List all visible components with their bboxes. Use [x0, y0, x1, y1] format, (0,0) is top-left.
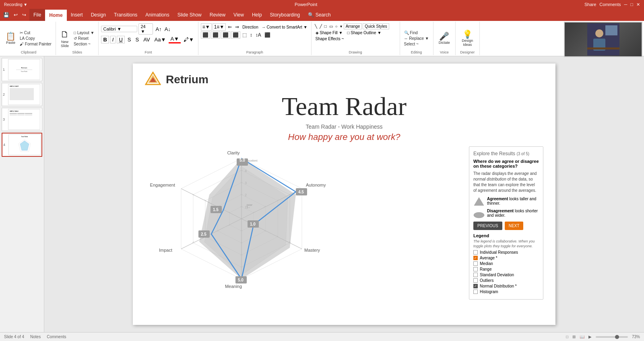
columns-btn[interactable]: ⬚	[241, 32, 248, 38]
slide-thumb-4[interactable]: 4 Team Radar	[2, 133, 42, 157]
tab-view[interactable]: View	[229, 9, 248, 21]
convert-smartart-btn[interactable]: → Convert to SmartArt ▼	[260, 25, 309, 30]
text-direction2-btn[interactable]: ↕A	[254, 32, 262, 38]
minimize-btn[interactable]: ─	[624, 2, 627, 7]
font-case-btn[interactable]: Aa▼	[153, 36, 168, 43]
highlight-btn[interactable]: 🖍▼	[182, 36, 196, 43]
decrease-indent-btn[interactable]: ⇐	[227, 24, 233, 30]
new-slide-btn[interactable]: 🗋 NewSlide	[58, 29, 71, 49]
shape-rect2-btn[interactable]: ▭	[328, 24, 334, 29]
recording-label[interactable]: Recording ▼	[4, 2, 27, 7]
tab-review[interactable]: Review	[206, 9, 229, 21]
zoom-thumb	[615, 335, 619, 339]
tab-home[interactable]: Home	[45, 9, 66, 21]
qa-undo[interactable]: ↩	[12, 12, 19, 18]
shape-rect-btn[interactable]: □	[324, 24, 328, 29]
find-btn[interactable]: 🔍 Find	[402, 30, 431, 35]
comments-status-btn[interactable]: Comments	[47, 335, 66, 339]
bold-btn[interactable]: B	[101, 36, 109, 43]
tab-transitions[interactable]: Transitions	[110, 9, 141, 21]
legend-std-dev: Standard Deviation	[473, 273, 539, 277]
search-input[interactable]: 🔍 Search	[304, 9, 334, 21]
qa-save[interactable]: 💾	[2, 12, 10, 18]
zoom-slider[interactable]	[596, 336, 628, 338]
individual-checkbox[interactable]	[473, 250, 478, 255]
tab-design[interactable]: Design	[87, 9, 110, 21]
previous-btn[interactable]: PREVIOUS	[473, 222, 502, 230]
underline-btn[interactable]: U	[117, 36, 124, 43]
align-text-btn[interactable]: ⬛	[263, 32, 272, 38]
slide-thumb-3[interactable]: 3 SIMPLE TABLE	[2, 108, 42, 131]
select-btn[interactable]: Select ~	[402, 41, 431, 47]
strikethrough-btn[interactable]: S	[126, 36, 133, 43]
shape-line2-btn[interactable]: ╱	[319, 24, 323, 29]
reset-btn[interactable]: ↺ Reset	[72, 36, 96, 41]
outliers-checkbox[interactable]	[473, 278, 478, 283]
shape-ellipse-btn[interactable]: ○	[334, 24, 339, 29]
text-direction-btn[interactable]: Direction	[241, 25, 259, 30]
section-btn[interactable]: Section ~	[72, 41, 96, 47]
reading-view-btn[interactable]: 📖	[580, 335, 584, 339]
radar-svg: 1 2 3 4 poor excellent	[145, 146, 338, 291]
comments-btn[interactable]: Comments	[599, 2, 621, 7]
tab-slideshow[interactable]: Slide Show	[173, 9, 206, 21]
numbering-btn[interactable]: 1≡▼	[213, 23, 226, 31]
maximize-btn[interactable]: □	[630, 2, 633, 7]
notes-btn[interactable]: Notes	[30, 335, 41, 339]
font-color-btn[interactable]: A▼	[169, 35, 181, 43]
font-family-dropdown[interactable]: Calibri ▼	[101, 26, 137, 32]
line-spacing-btn[interactable]: ↕	[249, 32, 254, 38]
shadow-btn[interactable]: S	[134, 36, 141, 43]
replace-btn[interactable]: ↔ Replace ▼	[402, 36, 431, 41]
tab-help[interactable]: Help	[248, 9, 266, 21]
std-dev-checkbox[interactable]	[473, 273, 478, 277]
slide-subtitle: Team Radar - Work Happiness	[133, 123, 555, 130]
layout-btn[interactable]: □ Layout ▼	[72, 30, 96, 35]
align-right-btn[interactable]: ⬛	[221, 31, 230, 39]
shape-outline-btn[interactable]: □ Shape Outline ▼	[345, 30, 383, 35]
dictate-btn[interactable]: 🎤 Dictate	[437, 31, 452, 45]
shape-more-btn[interactable]: ▾	[339, 24, 343, 29]
qa-redo[interactable]: ↪	[21, 12, 27, 18]
cut-btn[interactable]: ✂ Cut	[18, 30, 53, 35]
histogram-checkbox[interactable]	[473, 290, 478, 294]
bullets-btn[interactable]: ≡▼	[201, 23, 212, 31]
slide-canvas[interactable]: Retrium Team Radar Team Radar - Work Hap…	[133, 64, 555, 325]
format-painter-btn[interactable]: 🖌 Format Painter	[18, 41, 53, 47]
justify-btn[interactable]: ⬛	[231, 31, 240, 39]
normal-view-btn[interactable]: □	[566, 335, 568, 339]
close-btn[interactable]: ✕	[636, 2, 640, 7]
tab-file[interactable]: File	[29, 9, 45, 21]
slide-sorter-btn[interactable]: ⊞	[572, 335, 576, 339]
tab-animations[interactable]: Animations	[141, 9, 173, 21]
slide-show-btn[interactable]: ▶	[588, 335, 592, 339]
font-spacing-btn[interactable]: AV	[142, 36, 151, 43]
slide-thumb-1[interactable]: 1 Retrium Team Radar	[2, 58, 42, 81]
median-checkbox[interactable]	[473, 261, 478, 266]
italic-btn[interactable]: I	[110, 36, 116, 43]
arrange-btn[interactable]: Arrange	[344, 23, 362, 29]
shape-line-btn[interactable]: ╲	[314, 24, 318, 29]
next-btn[interactable]: NEXT	[505, 222, 524, 230]
design-ideas-btn[interactable]: 💡 DesignIdeas	[460, 29, 475, 47]
copy-btn[interactable]: LA Copy	[18, 36, 53, 41]
average-checkbox[interactable]: ✓	[473, 256, 478, 260]
info-panel-title: Explore the Results (3 of 5)	[473, 151, 539, 156]
increase-font-btn[interactable]: A↑	[154, 26, 163, 33]
decrease-font-btn[interactable]: A↓	[163, 26, 172, 33]
range-checkbox[interactable]	[473, 267, 478, 271]
increase-indent-btn[interactable]: ⇒	[234, 24, 240, 30]
shape-fill-btn[interactable]: ◈ Shape Fill ▼	[314, 30, 345, 35]
normal-dist-checkbox[interactable]: ✓	[473, 284, 478, 288]
agreement-text: Agreement looks taller and thinner.	[487, 197, 539, 205]
tab-insert[interactable]: Insert	[67, 9, 87, 21]
shape-effects-btn[interactable]: Shape Effects ~	[314, 36, 346, 41]
share-btn[interactable]: Share	[584, 2, 596, 7]
quick-styles-btn[interactable]: Quick Styles	[363, 23, 389, 29]
slide-thumb-2[interactable]: 2 SIMPLE CHART	[2, 83, 42, 106]
align-left-btn[interactable]: ⬛	[201, 31, 210, 39]
paste-btn[interactable]: 📋 Paste	[4, 31, 17, 45]
font-size-dropdown[interactable]: 24 ▼	[138, 23, 153, 35]
align-center-btn[interactable]: ⬛	[211, 31, 220, 39]
tab-storyboarding[interactable]: Storyboarding	[266, 9, 304, 21]
